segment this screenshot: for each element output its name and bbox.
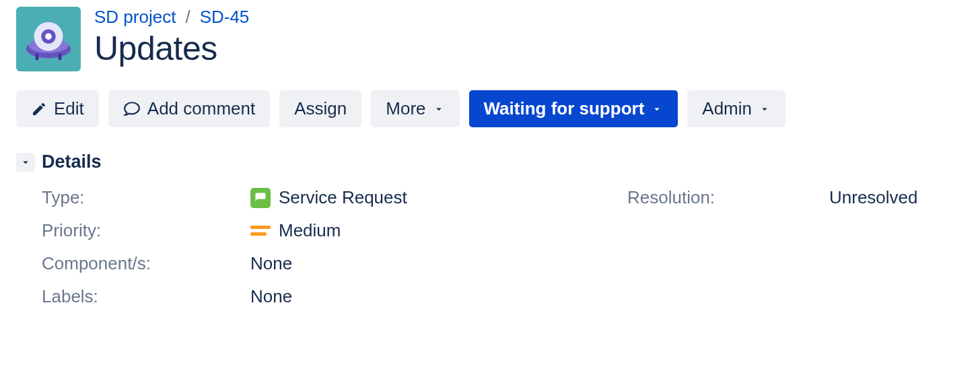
- details-collapse-toggle[interactable]: [16, 153, 35, 172]
- components-value[interactable]: None: [250, 253, 627, 274]
- chevron-down-icon: [651, 103, 663, 115]
- priority-label: Priority:: [42, 220, 250, 241]
- edit-button[interactable]: Edit: [16, 90, 99, 127]
- assign-label: Assign: [294, 98, 347, 119]
- status-button[interactable]: Waiting for support: [469, 90, 678, 127]
- add-comment-label: Add comment: [147, 98, 255, 119]
- breadcrumb-issue-link[interactable]: SD-45: [200, 7, 250, 28]
- svg-point-4: [45, 33, 52, 40]
- details-section-title: Details: [42, 152, 102, 172]
- issue-title: Updates: [94, 30, 249, 67]
- type-label: Type:: [42, 187, 250, 208]
- breadcrumb: SD project / SD-45: [94, 7, 249, 28]
- toolbar: Edit Add comment Assign More Waiting for…: [16, 90, 964, 127]
- components-label: Component/s:: [42, 253, 250, 274]
- details-panel: Type: Service Request Resolution: Unreso…: [16, 187, 964, 307]
- breadcrumb-project-link[interactable]: SD project: [94, 7, 176, 28]
- chevron-down-icon: [433, 103, 445, 115]
- svg-rect-5: [36, 53, 39, 60]
- admin-label: Admin: [702, 98, 752, 119]
- add-comment-button[interactable]: Add comment: [108, 90, 270, 127]
- pencil-icon: [31, 101, 47, 117]
- breadcrumb-separator: /: [185, 7, 190, 28]
- type-value-text: Service Request: [279, 187, 407, 208]
- more-label: More: [386, 98, 425, 119]
- chevron-down-icon: [759, 103, 771, 115]
- assign-button[interactable]: Assign: [279, 90, 361, 127]
- chevron-down-icon: [20, 156, 32, 168]
- resolution-label: Resolution:: [627, 187, 829, 208]
- more-button[interactable]: More: [371, 90, 459, 127]
- resolution-value: Unresolved: [829, 187, 964, 208]
- labels-label: Labels:: [42, 286, 250, 307]
- service-request-icon: [250, 188, 271, 208]
- labels-value[interactable]: None: [250, 286, 627, 307]
- priority-value-text: Medium: [279, 220, 341, 241]
- admin-button[interactable]: Admin: [687, 90, 785, 127]
- ufo-icon: [22, 13, 75, 65]
- priority-medium-icon: [250, 225, 271, 237]
- priority-value[interactable]: Medium: [250, 220, 627, 241]
- edit-label: Edit: [54, 98, 84, 119]
- type-value[interactable]: Service Request: [250, 187, 627, 208]
- comment-icon: [123, 100, 141, 118]
- svg-rect-6: [59, 53, 62, 60]
- status-label: Waiting for support: [484, 98, 645, 119]
- project-avatar[interactable]: [16, 7, 81, 71]
